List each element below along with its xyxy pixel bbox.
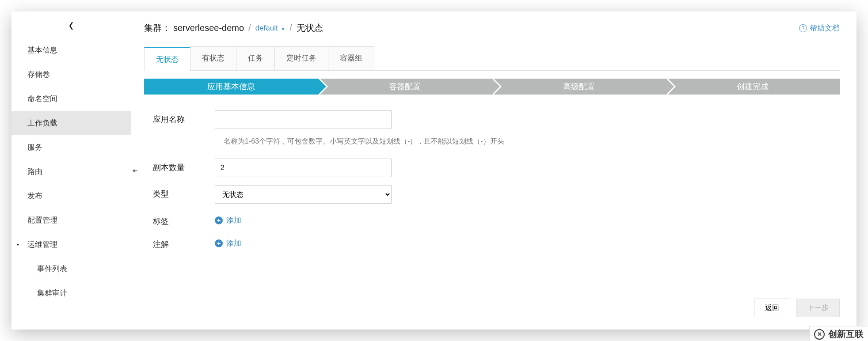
- main-content: 集群： serverlesee-demo / default ▼ / 无状态 ?…: [131, 11, 857, 330]
- tab-stateful[interactable]: 有状态: [190, 46, 236, 70]
- sidebar-item-namespace[interactable]: 命名空间: [11, 87, 131, 111]
- add-annotation-button[interactable]: + 添加: [215, 235, 241, 248]
- footer-bar: 返回 下一步: [754, 299, 840, 317]
- breadcrumb-prefix: 集群：: [144, 22, 171, 34]
- caret-down-icon: ▼: [281, 27, 285, 31]
- sidebar-collapse-handle[interactable]: ⇤: [131, 164, 140, 177]
- row-annotations: 注解 + 添加: [153, 235, 834, 250]
- label-labels: 标签: [153, 212, 215, 227]
- workload-tabs: 无状态 有状态 任务 定时任务 容器组: [144, 46, 840, 71]
- watermark-logo-icon: ✕: [814, 329, 825, 340]
- label-replicas: 副本数量: [153, 159, 215, 173]
- watermark-text: 创新互联: [828, 328, 864, 340]
- sidebar-item-route[interactable]: 路由: [11, 159, 131, 184]
- add-label-text: 添加: [226, 215, 241, 225]
- step-container[interactable]: 容器配置: [318, 79, 492, 95]
- row-app-name: 应用名称: [153, 110, 834, 129]
- sidebar-item-workload[interactable]: 工作负载: [11, 111, 131, 135]
- sidebar: ‹ 基本信息 存储卷 命名空间 工作负载 服务 路由 发布 配置管理 ▾ 运维管…: [11, 11, 131, 330]
- sidebar-item-config[interactable]: 配置管理: [11, 208, 131, 232]
- plus-icon: +: [215, 216, 223, 224]
- row-type: 类型 无状态: [153, 185, 834, 204]
- collapse-icon: ⇤: [133, 167, 138, 174]
- watermark: ✕ 创新互联: [809, 326, 868, 341]
- sidebar-menu: 基本信息 存储卷 命名空间 工作负载 服务 路由 发布 配置管理 ▾ 运维管理 …: [11, 38, 131, 305]
- help-label: 帮助文档: [810, 23, 840, 33]
- form-area: 应用名称 名称为1-63个字符，可包含数字、小写英文字以及短划线（-），且不能以…: [144, 95, 840, 266]
- input-app-name[interactable]: [215, 110, 392, 129]
- tab-stateless[interactable]: 无状态: [144, 47, 190, 71]
- add-label-button[interactable]: + 添加: [215, 212, 241, 225]
- tab-pod[interactable]: 容器组: [328, 46, 374, 70]
- step-complete[interactable]: 创建完成: [666, 79, 840, 95]
- sidebar-item-ops[interactable]: ▾ 运维管理: [11, 232, 131, 257]
- row-replicas: 副本数量: [153, 159, 834, 177]
- label-annotations: 注解: [153, 235, 215, 250]
- breadcrumb-cluster: serverlesee-demo: [173, 23, 244, 33]
- step-advanced[interactable]: 高级配置: [492, 79, 666, 95]
- breadcrumb-sep: /: [248, 23, 251, 33]
- breadcrumb-namespace[interactable]: default ▼: [255, 24, 286, 33]
- sidebar-back[interactable]: ‹: [11, 11, 131, 38]
- row-labels: 标签 + 添加: [153, 212, 834, 227]
- label-app-name: 应用名称: [153, 110, 215, 125]
- add-annotation-text: 添加: [226, 238, 241, 248]
- label-type: 类型: [153, 185, 215, 199]
- sidebar-item-release[interactable]: 发布: [11, 184, 131, 208]
- next-button[interactable]: 下一步: [796, 299, 840, 317]
- help-link[interactable]: ? 帮助文档: [799, 23, 840, 33]
- header-row: 集群： serverlesee-demo / default ▼ / 无状态 ?…: [144, 22, 840, 46]
- chevron-left-icon: ‹: [69, 15, 73, 34]
- breadcrumb-resource: 无状态: [297, 22, 323, 34]
- tab-job[interactable]: 任务: [236, 46, 275, 70]
- tab-cronjob[interactable]: 定时任务: [274, 46, 328, 70]
- sidebar-item-storage[interactable]: 存储卷: [11, 62, 131, 87]
- help-icon: ?: [799, 24, 807, 32]
- step-basic-info[interactable]: 应用基本信息: [144, 79, 318, 95]
- sidebar-item-label: 运维管理: [27, 239, 57, 250]
- back-button[interactable]: 返回: [754, 299, 790, 317]
- sidebar-item-events[interactable]: 事件列表: [11, 257, 131, 281]
- hint-app-name: 名称为1-63个字符，可包含数字、小写英文字以及短划线（-），且不能以短划线（-…: [224, 137, 834, 146]
- plus-icon: +: [215, 239, 223, 247]
- sidebar-item-audit[interactable]: 集群审计: [11, 281, 131, 305]
- input-replicas[interactable]: [215, 159, 392, 177]
- wizard-steps: 应用基本信息 容器配置 高级配置 创建完成: [144, 79, 840, 95]
- sidebar-item-service[interactable]: 服务: [11, 135, 131, 159]
- sidebar-item-basic-info[interactable]: 基本信息: [11, 38, 131, 62]
- breadcrumb-sep: /: [289, 23, 292, 33]
- breadcrumb: 集群： serverlesee-demo / default ▼ / 无状态: [144, 22, 323, 34]
- caret-down-icon: ▾: [17, 242, 19, 247]
- select-type[interactable]: 无状态: [215, 185, 392, 204]
